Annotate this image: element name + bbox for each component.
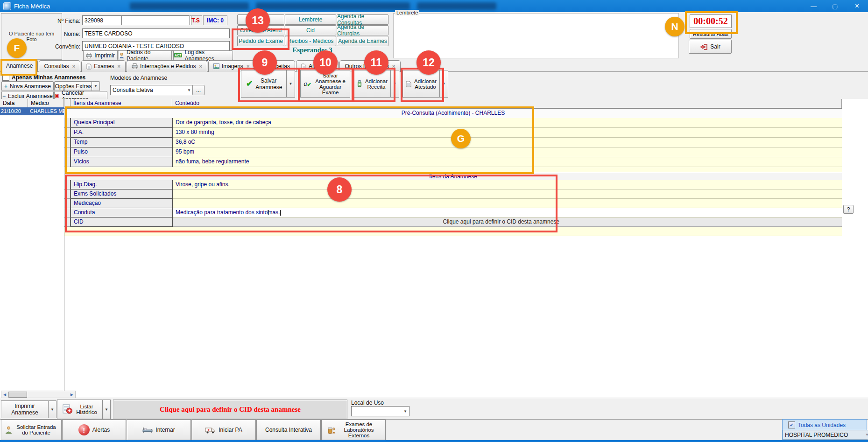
- grid-empty-row: [64, 167, 842, 172]
- grid-row[interactable]: Exms Solicitados: [64, 189, 842, 199]
- grid-row[interactable]: Queixa Principal Dor de garganta, tosse,…: [64, 118, 842, 128]
- grid-empty-row: [64, 227, 842, 236]
- alertas-button[interactable]: ! Alertas: [62, 420, 126, 440]
- hospital-combobox[interactable]: HOSPITAL PROMEDICO ▼: [783, 430, 868, 440]
- dados-paciente-button[interactable]: Dados do Paciente: [119, 50, 172, 60]
- help-button[interactable]: ?: [843, 205, 854, 214]
- lembrete-panel: [393, 13, 679, 58]
- minimize-button[interactable]: —: [803, 0, 824, 12]
- grid-header-conteudo[interactable]: Conteúdo: [172, 99, 842, 108]
- imprimir-button[interactable]: Imprimir: [83, 50, 118, 60]
- grid-row[interactable]: Medicação: [64, 199, 842, 208]
- page-icon: [86, 63, 92, 70]
- scroll-left-icon[interactable]: ◀: [3, 393, 6, 397]
- cid-button[interactable]: Cid: [285, 25, 336, 35]
- listar-historico-button[interactable]: Listar Histórico: [57, 400, 103, 419]
- lembrete-button[interactable]: Lembrete: [285, 14, 336, 25]
- tab-anamnese[interactable]: Anamnese: [1, 59, 38, 72]
- adicionar-atestado-button[interactable]: Adicionar Atestado: [402, 70, 440, 98]
- maximize-button[interactable]: ▢: [825, 0, 846, 12]
- agenda-exames-button[interactable]: Agenda de Exames: [337, 36, 388, 46]
- salvar-aguardar-exame-button[interactable]: a✔ Salvar Anamnese e Aguardar Exame: [300, 70, 350, 98]
- window-title: Ficha Médica: [14, 3, 50, 10]
- redacted-title-text: [130, 2, 249, 10]
- pedido-exame-button[interactable]: Pedido de Exame: [237, 36, 284, 46]
- grid-header: Ítens da Anamnese Conteúdo: [64, 99, 842, 108]
- grid-header-itens[interactable]: Ítens da Anamnese: [71, 99, 172, 108]
- salvar-anamnese-dropdown[interactable]: ▼: [286, 70, 295, 98]
- close-button[interactable]: ×: [847, 0, 868, 12]
- modelo-combobox[interactable]: Consulta Eletiva ▼: [110, 85, 193, 95]
- tab-close-icon[interactable]: ×: [72, 63, 75, 69]
- criterio-atend-button[interactable]: Critério de Atend: [237, 25, 284, 35]
- restaurar-abas-button[interactable]: Restaurar Abas: [690, 29, 732, 39]
- ts-button[interactable]: T.S: [189, 15, 202, 25]
- alergia-button[interactable]: Alergia: [237, 14, 284, 25]
- chevron-down-icon: ▼: [187, 88, 191, 92]
- adicionar-receita-button[interactable]: Adicionar Receita: [353, 70, 391, 98]
- log-anamneses-button[interactable]: ACT Log das Anamneses: [173, 50, 233, 60]
- history-col-data: Data: [0, 99, 28, 107]
- ibeam-cursor: I: [267, 209, 269, 217]
- cid-define-cell[interactable]: Clique aqui para definir o CID desta ana…: [173, 217, 842, 227]
- ficha-input[interactable]: 329098: [82, 15, 123, 25]
- scrollbar-thumb[interactable]: [8, 392, 27, 398]
- tab-close-icon[interactable]: ×: [118, 63, 120, 69]
- adicionar-atestado-dropdown[interactable]: ▼: [439, 70, 448, 98]
- history-row-selected[interactable]: 21/10/20 CHARLLES MEDICO: [0, 107, 64, 115]
- tab-consultas[interactable]: Consultas×: [39, 60, 80, 72]
- grid-row[interactable]: Hip.Diag. Virose, gripe ou afins.: [64, 180, 842, 189]
- chevron-down-icon: ▼: [403, 409, 407, 414]
- chevron-down-icon: ▼: [94, 84, 98, 88]
- sair-button[interactable]: Sair: [689, 40, 732, 54]
- iniciar-pa-button[interactable]: Iniciar PA: [191, 420, 256, 440]
- grid-row-conduta-editing[interactable]: Conduta Medicação para tratamento dos si…: [64, 208, 842, 217]
- modelo-more-button[interactable]: ...: [192, 85, 205, 95]
- recibos-medicos-button[interactable]: Recibos - Médicos: [285, 36, 336, 46]
- grid-row[interactable]: Pulso 95 bpm: [64, 147, 842, 157]
- checkbox-checked-icon[interactable]: ✔: [788, 421, 795, 428]
- checkbox-icon[interactable]: [2, 74, 9, 81]
- grid-row[interactable]: P.A. 130 x 80 mmhg: [64, 128, 842, 138]
- apenas-minhas-checkbox[interactable]: Apenas Minhas Anamneses: [2, 74, 85, 81]
- consulta-interativa-button[interactable]: Consulta Interativa: [256, 420, 321, 440]
- tab-exames[interactable]: Exames×: [81, 60, 126, 72]
- document-icon: [406, 81, 411, 87]
- local-de-uso-combobox[interactable]: ▼: [351, 406, 409, 416]
- agenda-cirurgias-button[interactable]: Agenda de Cirurgias: [337, 25, 388, 35]
- ambulance-icon: [205, 427, 216, 434]
- tab-internacoes-pedidos[interactable]: Internações e Pedidos×: [127, 60, 207, 72]
- grid-row[interactable]: Vícios não fuma, bebe regularmente: [64, 157, 842, 167]
- exit-arrow-icon: [700, 43, 708, 50]
- tab-close-icon[interactable]: ×: [392, 63, 395, 69]
- nome-input[interactable]: TESTE CARDOSO: [82, 28, 230, 38]
- grid-selector-header: [64, 99, 71, 108]
- salvar-anamnese-button[interactable]: ✔ Salvar Anamnese: [241, 70, 287, 98]
- scroll-right-icon[interactable]: ▶: [71, 393, 73, 397]
- exames-lab-externos-button[interactable]: Exames de Laboratórios Externos: [321, 420, 386, 440]
- imprimir-anamnese-button[interactable]: Imprimir Anamnese: [1, 400, 49, 418]
- remove-icon: −: [2, 93, 6, 99]
- history-col-medico: Médico: [28, 99, 64, 107]
- chevron-down-icon: ▼: [105, 407, 108, 412]
- ficha-secondary-input[interactable]: [121, 15, 191, 25]
- esperando-status: Esperando: 3: [237, 46, 388, 54]
- app-icon: [3, 2, 11, 10]
- conduta-edit-cell[interactable]: Medicação para tratamento dos sintomas.: [173, 208, 842, 217]
- page-icon: [301, 63, 306, 70]
- grid-row-cid[interactable]: CID Clique aqui para definir o CID desta…: [64, 217, 842, 227]
- tab-close-icon[interactable]: ×: [199, 63, 202, 69]
- solicitar-entrada-button[interactable]: Solicitar Entrada do Paciente: [1, 420, 62, 440]
- internar-button[interactable]: Internar: [127, 420, 191, 440]
- agenda-consultas-button[interactable]: Agenda de Consultas: [337, 14, 388, 25]
- imc-button[interactable]: IMC: 0: [203, 15, 227, 25]
- adicionar-receita-dropdown[interactable]: ▼: [390, 70, 399, 98]
- page-icon: [261, 63, 266, 70]
- tab-close-icon[interactable]: ×: [247, 63, 249, 69]
- cid-banner-button[interactable]: Clique aqui para definir o CID desta ana…: [113, 400, 347, 419]
- grid-row[interactable]: Temp 36,8 oC: [64, 138, 842, 147]
- nova-anamnese-button[interactable]: + Nova Anamnese: [1, 81, 54, 91]
- imprimir-anamnese-dropdown[interactable]: ▼: [48, 400, 56, 418]
- listar-historico-dropdown[interactable]: ▼: [102, 400, 111, 419]
- todas-unidades-checkbox[interactable]: ✔ Todas as Unidades: [788, 421, 867, 428]
